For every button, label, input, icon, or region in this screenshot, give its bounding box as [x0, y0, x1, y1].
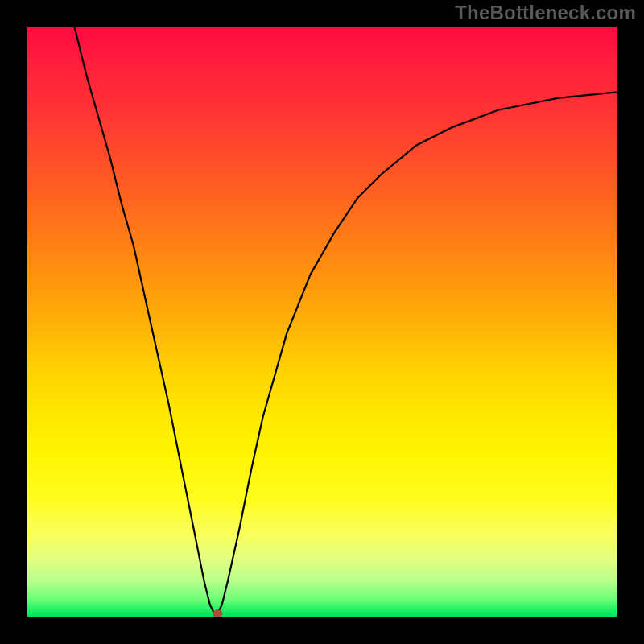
- chart-frame: TheBottleneck.com: [0, 0, 644, 644]
- optimum-marker: [213, 609, 222, 617]
- watermark-text: TheBottleneck.com: [455, 2, 636, 24]
- plot-area: [27, 27, 617, 617]
- curve-svg: [27, 27, 617, 617]
- bottleneck-curve: [75, 27, 617, 617]
